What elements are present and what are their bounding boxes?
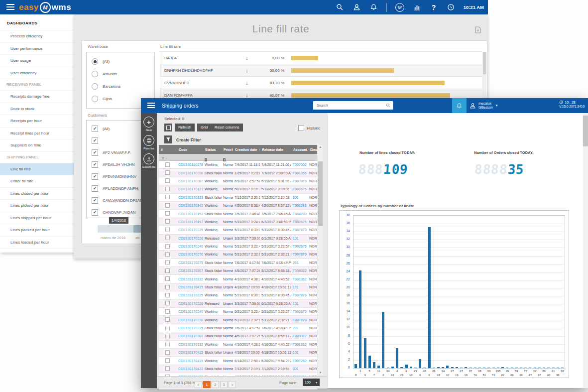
order-code[interactable]: CDE1031704194 (177, 359, 203, 363)
mecalux-icon[interactable]: M (395, 3, 404, 12)
row-checkbox[interactable] (165, 285, 170, 289)
order-account[interactable]: T002675 (291, 220, 308, 224)
checkbox-icon[interactable] (298, 125, 304, 131)
row-checkbox[interactable] (165, 195, 170, 199)
order-account[interactable]: T004783 (291, 212, 308, 216)
sidebar-item-dock-to-stock[interactable]: Dock to stock (0, 103, 74, 116)
panel-scrollbar[interactable] (583, 113, 588, 388)
chart-bar[interactable]: 26 (432, 216, 436, 368)
row-checkbox[interactable] (165, 170, 170, 175)
table-row[interactable]: CDE1031702250WorkingNormal5/31/2017 8:30… (159, 226, 317, 234)
export-list-button[interactable]: Export list (141, 153, 157, 168)
order-account[interactable]: T002675 (291, 310, 308, 313)
scroll-down-icon[interactable]: ▼ (318, 371, 323, 375)
chart-bar[interactable]: 12 (390, 216, 395, 368)
row-checkbox[interactable] (165, 358, 170, 363)
order-account[interactable]: 301 (291, 196, 308, 199)
order-account[interactable]: T007870 (291, 179, 308, 183)
chart-bar[interactable]: 14 (441, 216, 445, 368)
row-checkbox[interactable] (165, 268, 170, 273)
print-list-button[interactable]: Print list (141, 135, 157, 150)
sidebar-item-lines-shipped-per-hour[interactable]: Lines shipped per hour (0, 212, 74, 225)
table-row[interactable]: CDE1031702702WorkingNormal5/31/2017 2:32… (159, 251, 317, 259)
radio-icon[interactable] (92, 96, 98, 102)
chart-bar[interactable]: 77 (523, 216, 528, 368)
chart-bar[interactable]: 4 (395, 216, 399, 368)
row-checkbox[interactable] (165, 293, 170, 297)
chart-bar[interactable]: 1 (358, 216, 362, 368)
scrollbar-thumb[interactable] (318, 161, 323, 226)
table-row[interactable]: CDE1031701456WorkingNormal4/20/2017 8:36… (159, 202, 317, 210)
search-input[interactable] (316, 103, 386, 108)
row-checkbox[interactable] (165, 326, 170, 330)
chart-bar[interactable]: 68 (560, 216, 565, 368)
order-code[interactable]: CDE1031703075 (177, 334, 203, 338)
sidebar-item-suppliers-on-time[interactable]: Suppliers on time (0, 139, 74, 152)
sidebar-item-receipt-lines-per-hour[interactable]: Receipt lines per hour (0, 128, 74, 140)
next-page-button[interactable]: > (229, 381, 236, 388)
order-account[interactable]: T007870 (291, 228, 308, 232)
table-row[interactable]: CDE1031702702WorkingNormal5/31/2017 2:32… (159, 316, 317, 324)
order-account[interactable]: T007870 (291, 253, 308, 256)
row-checkbox[interactable] (165, 366, 170, 371)
chart-bar[interactable]: 28 (477, 216, 482, 368)
order-code[interactable]: CDE1031704153 (177, 285, 203, 289)
help-icon[interactable]: ? (430, 3, 438, 11)
chart-bar[interactable]: 16 (455, 216, 459, 368)
row-checkbox[interactable] (165, 317, 170, 322)
order-account[interactable]: T001362 (291, 277, 308, 281)
column-header-releasedate[interactable]: Release date (260, 148, 291, 151)
row-checkbox[interactable] (165, 236, 170, 240)
order-account[interactable]: 101 (291, 285, 308, 289)
order-account[interactable]: T001362 (291, 343, 308, 346)
table-row[interactable]: CDE1031704153Stock failureUrgent4/18/201… (159, 283, 317, 291)
table-row[interactable]: CDE1031605782WorkingNormal7/4/2017 11:18… (159, 161, 317, 169)
table-row[interactable]: CDE1031700871WorkingNormal6/9/2017 2:57:… (159, 177, 317, 185)
prev-page-button[interactable]: < (195, 381, 202, 388)
warehouse-option[interactable]: Barcelona (87, 80, 154, 93)
order-account[interactable]: T008022 (291, 269, 308, 272)
chart-bar[interactable]: 17 (450, 216, 455, 368)
table-row[interactable]: CDE1031700388Stock failureNormal1/25/201… (159, 169, 317, 177)
chart-bar[interactable]: 0 (427, 216, 432, 368)
chart-bar[interactable]: 74 (473, 216, 477, 368)
user-icon[interactable] (353, 3, 361, 11)
warehouse-option[interactable]: (All) (87, 55, 154, 68)
column-header-#[interactable]: # (159, 148, 177, 151)
table-row[interactable]: CDE1031702406WorkingNormal5/31/2017 3:22… (159, 243, 317, 251)
table-row[interactable]: CDE1031701237Stock failureNormal7/12/201… (159, 194, 317, 202)
row-checkbox[interactable] (165, 211, 170, 216)
sidebar-item-line-fill-rate[interactable]: Line fill rate (0, 163, 74, 176)
table-row[interactable]: CDE1031703325WorkingNormal4/10/2017 4:38… (159, 275, 317, 283)
chart-bar[interactable]: 195 (496, 216, 500, 368)
row-checkbox[interactable] (165, 350, 170, 355)
radio-icon[interactable] (92, 58, 98, 65)
order-code[interactable]: CDE1031701214 (177, 187, 203, 191)
chart-bar[interactable]: 36 (556, 216, 560, 368)
column-header-code[interactable]: Code (177, 148, 203, 151)
sidebar-item-lines-loaded-per-hour[interactable]: Lines loaded per hour (0, 237, 74, 249)
column-header-account[interactable]: Account (291, 148, 308, 151)
sidebar-item-receipts-per-hour[interactable]: Receipts per hour (0, 115, 74, 128)
order-account[interactable]: 101 (291, 237, 308, 240)
checkbox-icon[interactable]: ✓ (92, 209, 98, 216)
order-code[interactable]: CDE1031703325 (177, 343, 203, 346)
row-checkbox[interactable] (165, 162, 170, 167)
chart-bar[interactable]: 51 (482, 216, 486, 368)
chart-bar[interactable]: 22 (500, 216, 505, 368)
bell-icon[interactable] (369, 3, 378, 11)
window-menu-icon[interactable] (147, 103, 155, 108)
table-row[interactable]: CDE1031702268ReleasedUrgent3/2/2017 7:39… (159, 235, 317, 243)
priority-filter-dropdown[interactable]: ▼ (223, 158, 226, 161)
chart-bar[interactable]: 47 (528, 216, 532, 368)
chart-bar[interactable]: 37 (468, 216, 472, 368)
sidebar-item-lines-picked-per-hour[interactable]: Lines picked per hour (0, 200, 74, 212)
grid-button[interactable]: Grid (197, 124, 211, 131)
checkbox-icon[interactable]: ✓ (92, 149, 98, 156)
order-code[interactable]: CDE1031700871 (177, 179, 203, 183)
status-filter-dropdown[interactable]: ▼ (205, 158, 207, 161)
order-code[interactable]: CDE1031701531 (177, 212, 203, 216)
chart-bar[interactable]: 15 (399, 216, 404, 368)
order-account[interactable]: T007282 (291, 359, 308, 363)
warehouse-option[interactable]: Asturias (87, 68, 154, 80)
